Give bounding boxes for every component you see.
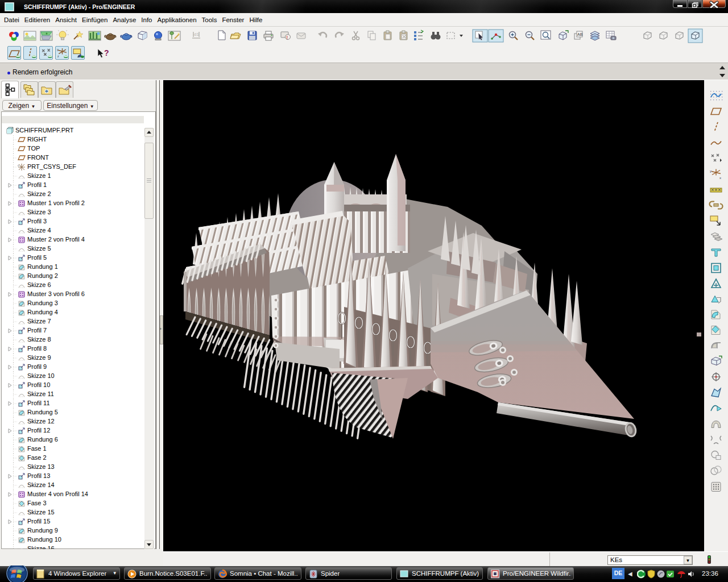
svg-text:z: z: [57, 55, 59, 58]
svg-text:x: x: [719, 176, 721, 180]
svg-text:z: z: [77, 53, 80, 59]
svg-text:y: y: [710, 169, 712, 173]
svg-text:d1: d1: [194, 32, 199, 37]
svg-text:!: !: [287, 35, 288, 40]
svg-text:AB: AB: [577, 32, 583, 36]
svg-text:y: y: [18, 164, 19, 167]
svg-text:y: y: [57, 48, 59, 51]
svg-text:?: ?: [104, 48, 109, 57]
